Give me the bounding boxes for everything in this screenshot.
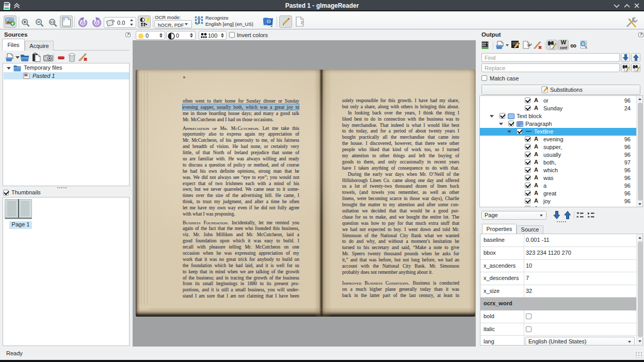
svg-text:T: T bbox=[197, 18, 201, 23]
svg-text:1:1: 1:1 bbox=[50, 21, 54, 24]
